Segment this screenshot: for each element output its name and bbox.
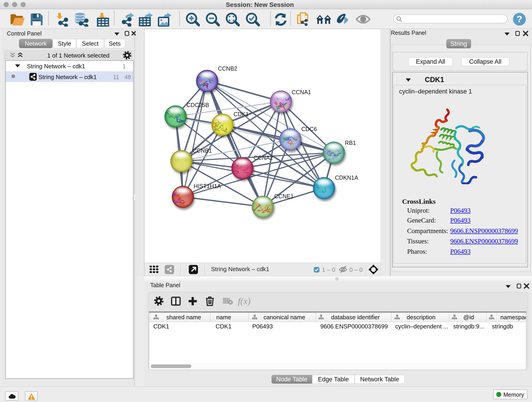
svg-text:CDC6: CDC6 (301, 126, 317, 132)
svg-text:CDK1: CDK1 (234, 111, 249, 117)
svg-text:CCNB1: CCNB1 (192, 147, 212, 154)
svg-text:CDKN1A: CDKN1A (335, 174, 358, 181)
svg-text:CDC25B: CDC25B (186, 102, 209, 108)
svg-text:?: ? (517, 14, 522, 24)
svg-text:CCNA2: CCNA2 (254, 154, 273, 161)
svg-text:CCNB2: CCNB2 (218, 65, 237, 72)
svg-text:RB1: RB1 (345, 140, 356, 146)
svg-text:CCNA1: CCNA1 (292, 89, 311, 95)
svg-text:CCNE1: CCNE1 (274, 193, 294, 199)
svg-text:HIST1H1A: HIST1H1A (194, 183, 221, 189)
